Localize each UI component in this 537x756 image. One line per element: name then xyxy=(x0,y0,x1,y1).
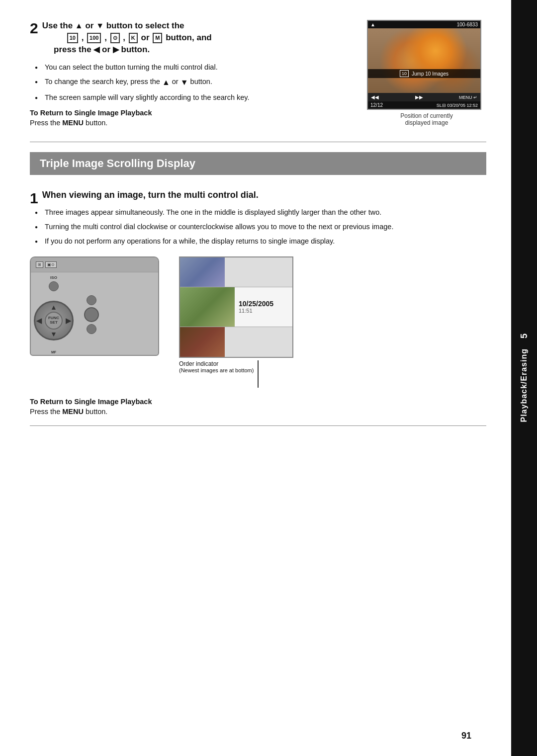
icon-circle: ⊙ xyxy=(110,33,120,43)
thumb-image-1 xyxy=(180,257,225,287)
flowers-decoration xyxy=(368,28,480,93)
iso-label: ISO xyxy=(50,275,57,280)
section-2: 2 Use the ▲ or ▼ button to select the 10… xyxy=(30,20,486,127)
to-return-section2: To Return to Single Image Playback Press… xyxy=(30,109,352,127)
cam-right-area xyxy=(77,275,106,354)
bullet-item: If you do not perform any operations for… xyxy=(35,236,486,247)
cam-top-bar: ⊞ ▣⊙ xyxy=(31,257,158,272)
to-return-body-2: Press the MENU button. xyxy=(30,119,352,127)
section-divider-bottom xyxy=(30,425,486,426)
down-arrow-inline: ▼ xyxy=(180,77,188,88)
cam-btn-top[interactable] xyxy=(87,295,96,305)
triple-info-1 xyxy=(225,257,292,287)
cam-btn-iso[interactable] xyxy=(49,281,59,291)
dial-up: ▲ xyxy=(50,303,57,311)
down-arrow-icon: ▼ xyxy=(96,20,104,31)
triple-date: 10/25/2005 xyxy=(239,300,288,308)
dial-left: ◀ xyxy=(36,317,42,325)
dial-down: ▼ xyxy=(50,330,57,338)
camera-body: ⊞ ▣⊙ ISO xyxy=(30,256,159,356)
screen-bottom: ◀◀ ▶▶ MENU ↵ xyxy=(368,93,480,101)
triple-screen: 10/25/2005 11:51 xyxy=(179,256,293,388)
images-row: ⊞ ▣⊙ ISO xyxy=(30,256,486,388)
bullet-item: To change the search key, press the ▲ or… xyxy=(35,77,352,88)
up-arrow-icon: ▲ xyxy=(75,20,83,31)
section-2-left: 2 Use the ▲ or ▼ button to select the 10… xyxy=(30,20,352,127)
triple-row-middle: 10/25/2005 11:51 xyxy=(180,287,292,327)
triple-row-top xyxy=(180,257,292,287)
step-2-title: 2 Use the ▲ or ▼ button to select the 10… xyxy=(30,20,352,55)
cam-top-icons: ⊞ ▣⊙ xyxy=(36,261,57,268)
tab-label: Playback/Erasing xyxy=(520,348,529,422)
icon-m: M xyxy=(153,33,162,43)
camera-screen: ▲ 100-6833 10 Jump 10 Images ◀◀ xyxy=(367,20,481,110)
order-indicator-area: Order indicator (Newest images are at bo… xyxy=(179,360,293,388)
bullet-item: Three images appear simultaneously. The … xyxy=(35,207,486,218)
section-1: 1 When viewing an image, turn the multi … xyxy=(30,190,486,416)
cam-wheel[interactable] xyxy=(84,307,99,322)
step-1-title: 1 When viewing an image, turn the multi … xyxy=(30,190,486,200)
thumb-image-2 xyxy=(180,287,235,327)
page-number: 91 xyxy=(461,731,471,741)
section-2-bullets: You can select the button turning the mu… xyxy=(35,62,352,102)
triple-time: 11:51 xyxy=(239,308,288,314)
indicator-line xyxy=(258,360,259,388)
up-arrow-inline: ▲ xyxy=(162,77,170,88)
thumb-1 xyxy=(180,257,225,287)
cam-left-area: ISO ▲ ▼ ◀ ▶ xyxy=(34,275,74,354)
jump-overlay: 10 Jump 10 Images xyxy=(368,69,480,78)
thumb-2 xyxy=(180,287,235,327)
bullet-item: Turning the multi control dial clockwise… xyxy=(35,222,486,232)
control-dial[interactable]: ▲ ▼ ◀ ▶ FUNCSET xyxy=(34,301,74,340)
order-indicator-label: Order indicator xyxy=(179,360,254,367)
dial-right: ▶ xyxy=(66,317,71,325)
thumb-image-3 xyxy=(180,327,225,357)
thumb-3 xyxy=(180,327,225,357)
bullet-item: The screen sample will vary slightly acc… xyxy=(35,92,352,103)
section-2-right: ▲ 100-6833 10 Jump 10 Images ◀◀ xyxy=(367,20,486,127)
tab-number: 5 xyxy=(519,334,530,338)
triple-screen-container: 10/25/2005 11:51 xyxy=(179,256,293,358)
triple-info-3 xyxy=(225,327,292,357)
camera-outer: ⊞ ▣⊙ ISO xyxy=(30,256,159,356)
icon-10: 10 xyxy=(67,33,78,43)
cam-body-area: ISO ▲ ▼ ◀ ▶ xyxy=(31,272,158,356)
step-2-number: 2 xyxy=(30,21,38,36)
step-1-number: 1 xyxy=(30,191,38,206)
left-arrow-icon: ◀ xyxy=(93,44,99,55)
bullet-item: You can select the button turning the mu… xyxy=(35,62,352,73)
position-label: Position of currently displayed image xyxy=(367,112,486,126)
cam-btn-bottom[interactable] xyxy=(87,324,96,334)
section-1-bullets: Three images appear simultaneously. The … xyxy=(35,207,486,247)
step-2-title-text: Use the ▲ or ▼ button to select the 10 ,… xyxy=(30,21,212,54)
cam-icon-grid: ⊞ xyxy=(36,261,43,268)
section-header: Triple Image Scrolling Display xyxy=(30,152,486,175)
page-container: 2 Use the ▲ or ▼ button to select the 10… xyxy=(0,0,537,756)
main-content: 2 Use the ▲ or ▼ button to select the 10… xyxy=(0,0,511,756)
to-return-body-1: Press the MENU button. xyxy=(30,408,486,416)
triple-row-bottom xyxy=(180,327,292,357)
right-tab: 5 Playback/Erasing xyxy=(511,0,537,756)
section-divider-top xyxy=(30,142,486,142)
order-indicator-sub: (Newest images are at bottom) xyxy=(179,367,254,373)
jump-icon: 10 xyxy=(400,70,409,77)
mf-label: MF xyxy=(51,350,56,354)
screen-top-bar: ▲ 100-6833 xyxy=(368,21,480,28)
to-return-title-1: To Return to Single Image Playback xyxy=(30,398,486,406)
triple-info-2: 10/25/2005 11:51 xyxy=(235,287,292,327)
screen-image: 10 Jump 10 Images xyxy=(368,28,480,93)
to-return-title-2: To Return to Single Image Playback xyxy=(30,109,352,117)
screen-date-bar: 12/12 SL⊟ 03/20/'05 12:52 xyxy=(368,101,480,109)
icon-100: 100 xyxy=(87,33,101,43)
icon-k: K xyxy=(129,33,138,43)
cam-icon-film: ▣⊙ xyxy=(45,261,57,268)
to-return-section1: To Return to Single Image Playback Press… xyxy=(30,398,486,416)
dial-center-btn[interactable]: FUNCSET xyxy=(45,312,63,330)
right-arrow-icon: ▶ xyxy=(113,44,119,55)
